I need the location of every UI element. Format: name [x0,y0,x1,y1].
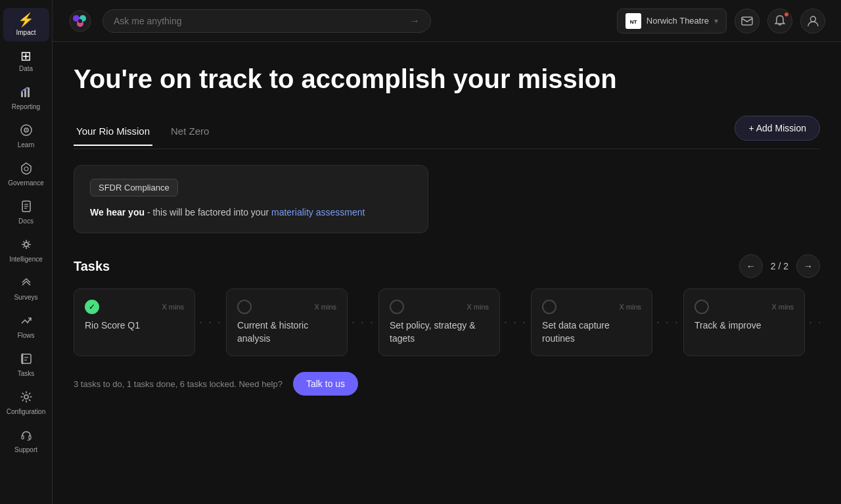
data-icon: ⊞ [20,49,32,62]
sidebar-item-docs[interactable]: Docs [3,195,49,230]
sidebar-item-label: Configuration [7,408,45,415]
svg-point-30 [810,16,815,22]
mission-tag: SFDR Compliance [90,179,178,196]
search-bar[interactable]: → [102,9,431,33]
impact-icon: ⚡ [18,13,34,26]
chevron-down-icon: ▾ [714,16,718,26]
sidebar-item-label: Reporting [12,103,40,110]
sidebar-item-label: Governance [8,179,43,187]
sidebar-item-configuration[interactable]: Configuration [3,385,49,421]
task-status-pending [694,300,709,314]
sidebar-item-label: Intelligence [9,256,43,263]
svg-rect-29 [742,17,752,25]
task-connector-2: · · · [348,288,378,356]
flows-icon [20,314,33,329]
task-time: X mins [771,303,794,311]
connector-dots-icon: · · · [199,315,222,329]
task-status-pending [237,300,252,314]
task-connector-1: · · · [195,288,226,356]
task-label: Rio Score Q1 [85,319,184,332]
task-time: X mins [619,303,641,311]
governance-icon [20,162,33,177]
sidebar-item-label: Surveys [14,294,37,301]
sidebar-item-surveys[interactable]: Surveys [3,271,49,306]
task-connector-5: · · · [805,288,820,356]
task-status-pending [542,300,557,314]
sidebar-item-impact[interactable]: ⚡ Impact [3,8,49,41]
org-selector[interactable]: NT Norwich Theatre ▾ [617,9,727,34]
task-card-top: ✓ X mins [85,300,184,314]
task-card-top: X mins [694,300,794,314]
connector-dots-icon: · · · [656,315,679,329]
tabs: Your Rio Mission Net Zero [74,120,227,145]
svg-rect-0 [21,92,23,97]
svg-point-6 [24,167,28,171]
svg-point-26 [78,19,82,23]
sidebar-item-tasks[interactable]: Tasks [3,347,49,382]
page-title: You're on track to accomplish your missi… [74,63,820,95]
mission-description: We hear you - this will be factored into… [90,206,412,219]
mail-button[interactable] [735,9,760,34]
search-arrow-icon[interactable]: → [409,15,420,27]
tasks-title: Tasks [74,259,110,274]
sidebar-item-label: Docs [18,218,34,225]
tasks-footer: 3 tasks to do, 1 tasks done, 6 tasks loc… [74,372,820,396]
task-card-2[interactable]: X mins Current & historic analysis [226,288,348,356]
search-input[interactable] [114,16,403,26]
connector-dots-icon: · · · [809,315,820,329]
notification-badge [784,12,789,17]
mission-desc-strong: We hear you [90,207,145,218]
surveys-icon [20,276,33,291]
task-label: Set policy, strategy & tagets [390,319,489,345]
materiality-assessment-link[interactable]: materiality assessment [271,207,365,218]
page-content: You're on track to accomplish your missi… [53,42,841,504]
connector-dots-icon: · · · [504,315,527,329]
add-mission-button[interactable]: + Add Mission [735,116,820,141]
configuration-icon [20,390,33,405]
intelligence-icon [20,238,33,253]
task-connector-3: · · · [500,288,531,356]
main-area: → NT Norwich Theatre ▾ [53,0,841,504]
sidebar-item-reporting[interactable]: Reporting [3,80,49,116]
task-card-1[interactable]: ✓ X mins Rio Score Q1 [74,288,195,356]
tasks-next-button[interactable]: → [796,254,820,278]
task-status-pending [390,300,404,314]
svg-rect-1 [24,89,26,97]
svg-point-19 [24,395,28,399]
sidebar-item-support[interactable]: Support [3,423,49,459]
profile-button[interactable] [800,9,825,34]
tab-rio-mission[interactable]: Your Rio Mission [74,120,152,146]
task-time: X mins [466,303,489,311]
sidebar-item-label: Flows [17,332,34,339]
mission-desc-text: - this will be factored into your [145,207,271,218]
task-card-4[interactable]: X mins Set data capture routines [531,288,652,356]
task-connector-4: · · · [652,288,683,356]
tasks-pagination: 2 / 2 [771,261,788,271]
sidebar-item-data[interactable]: ⊞ Data [3,44,49,78]
sidebar-item-learn[interactable]: Learn [3,118,49,154]
connector-dots-icon: · · · [352,315,375,329]
talk-to-us-button[interactable]: Talk to us [293,372,358,396]
sidebar-item-flows[interactable]: Flows [3,309,49,344]
task-label: Current & historic analysis [237,319,336,345]
sidebar-item-governance[interactable]: Governance [3,156,49,192]
sidebar-item-label: Data [19,65,33,72]
task-card-3[interactable]: X mins Set policy, strategy & tagets [378,288,500,356]
tasks-header: Tasks ← 2 / 2 → [74,254,820,278]
tasks-navigation: ← 2 / 2 → [739,254,820,278]
tasks-prev-button[interactable]: ← [739,254,763,278]
app-logo [68,9,92,33]
notifications-button[interactable] [767,9,792,34]
svg-text:NT: NT [630,19,637,25]
tasks-list: ✓ X mins Rio Score Q1 · · · X mins Curre… [74,288,820,361]
org-name: Norwich Theatre [647,16,709,26]
learn-icon [20,124,33,139]
topbar: → NT Norwich Theatre ▾ [53,0,841,42]
tab-net-zero[interactable]: Net Zero [168,120,212,146]
sidebar-item-intelligence[interactable]: Intelligence [3,233,49,268]
task-card-5[interactable]: X mins Track & improve [683,288,805,356]
sidebar-item-label: Impact [16,29,35,36]
sidebar: ⚡ Impact ⊞ Data Reporting Learn [0,0,53,504]
task-time: X mins [314,303,336,311]
task-card-top: X mins [390,300,489,314]
